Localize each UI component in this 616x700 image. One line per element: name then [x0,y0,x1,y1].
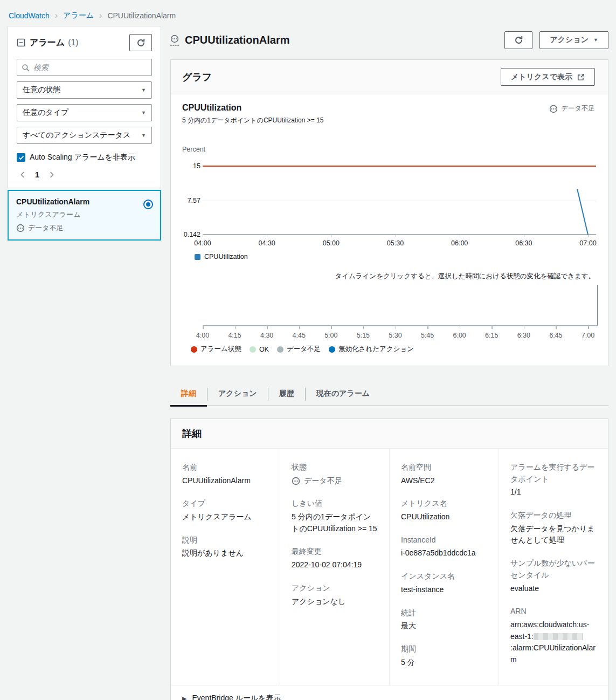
legend-swatch [250,346,256,353]
detail-field: しきい値5 分内の1データポイントのCPUUtilization >= 15 [292,498,378,534]
detail-field-value: 2022-10-02 07:04:19 [292,559,378,571]
page-number[interactable]: 1 [35,170,39,179]
detail-field-value: 説明がありません [182,547,269,559]
metric-chart[interactable]: Percent157.570.14204:0004:3005:0005:3006… [182,146,595,267]
refresh-button[interactable] [504,31,532,49]
actions-dropdown-button[interactable]: アクション▼ [539,31,608,49]
alarms-sidebar: アラーム(1) 任意の状態▼任意のタイプ▼すべてのアクションステータス▼ Aut… [8,26,161,241]
alarm-list-item[interactable]: CPUUtilizationAlarm メトリクスアラーム データ不足 [8,190,161,241]
hide-autoscaling-alarms-row[interactable]: Auto Scaling アラームを非表示 [17,153,152,162]
filter-select-value: 任意の状態 [23,85,60,95]
refresh-icon [136,38,146,47]
timeline-tick [235,326,236,329]
timeline-tick [524,326,525,329]
detail-field: 期間5 分 [401,643,488,668]
filter-state-select[interactable]: 任意の状態▼ [17,81,152,99]
filter-type-select[interactable]: 任意のタイプ▼ [17,104,152,121]
previous-page-button[interactable] [19,171,26,179]
detail-field: ARNarn:aws:cloudwatch:us-east-1::alarm:C… [510,606,597,665]
detail-field-label: サンプル数が少ないパーセンタイル [510,558,597,581]
detail-field: タイプメトリクスアラーム [182,498,269,523]
detail-field-label: InstanceId [401,534,488,546]
details-column: 名前CPUUtilizationAlarmタイプメトリクスアラーム説明説明があり… [171,449,280,685]
alarm-item-state: データ不足 [16,223,153,233]
legend-label: CPUUtilization [204,253,248,260]
chart-legend: CPUUtilization [195,253,248,260]
chart-subtitle: 5 分内の1データポイントのCPUUtilization >= 15 [182,116,323,125]
detail-field: 統計最大 [401,607,488,632]
legend-label: 無効化されたアクション [338,345,414,354]
pagination: 1 [17,170,152,179]
view-in-metrics-button[interactable]: メトリクスで表示 [501,68,595,86]
detail-field-label: 状態 [292,462,378,473]
timeline-tick [267,326,268,329]
filter-select-value: 任意のタイプ [23,108,68,118]
next-page-button[interactable] [48,171,56,179]
redacted-account-id [534,633,583,640]
state-legend-item: データ不足 [277,345,321,354]
legend-label: アラーム状態 [200,345,241,354]
graph-card-title: グラフ [182,71,212,84]
timeline-tick [492,326,493,329]
detail-tabs: 詳細アクション履歴現在のアラーム [170,385,608,406]
tab-current-alarm[interactable]: 現在のアラーム [306,385,380,406]
breadcrumb: CloudWatch›アラーム›CPUUtilizationAlarm [0,0,616,26]
detail-field-value: 欠落データを見つかりませんとして処理 [510,523,597,546]
detail-field-value: 1/1 [510,486,597,498]
chevron-down-icon: ▼ [593,37,598,43]
search-input[interactable] [33,63,147,72]
detail-field-label: ARN [510,606,597,617]
state-legend-item: 無効化されたアクション [329,345,414,354]
insufficient-data-icon [292,477,300,485]
checkbox-checked-icon[interactable] [17,153,25,162]
detail-field: 名前空間AWS/EC2 [401,462,488,486]
legend-label: OK [259,346,269,353]
breadcrumb-item[interactable]: CloudWatch [9,11,50,20]
timeline-tick [556,326,557,329]
detail-field: サンプル数が少ないパーセンタイルevaluate [510,558,597,594]
state-legend-item: アラーム状態 [191,345,241,354]
tab-actions[interactable]: アクション [207,385,268,406]
timeline-tick-label: 6:00 [453,332,466,339]
insufficient-data-icon [16,224,25,232]
detail-field-label: 説明 [182,534,269,546]
state-legend-item: OK [250,346,269,353]
detail-field: 最終変更2022-10-02 07:04:19 [292,546,378,571]
tab-details[interactable]: 詳細 [170,385,207,406]
timeline-tick [588,326,589,329]
detail-field-label: 名前 [182,462,269,473]
details-card-title: 詳細 [182,427,202,440]
filter-action-status-select[interactable]: すべてのアクションステータス▼ [17,127,152,144]
breadcrumb-item[interactable]: アラーム [63,11,94,20]
details-card: 詳細 名前CPUUtilizationAlarmタイプメトリクスアラーム説明説明… [170,418,608,700]
checkbox-label: Auto Scaling アラームを非表示 [30,153,135,162]
chevron-down-icon: ▼ [141,87,146,93]
detail-field-value: arn:aws:cloudwatch:us-east-1::alarm:CPUU… [510,619,597,666]
chart-title: CPUUtilization [182,103,323,113]
filter-select-value: すべてのアクションステータス [23,131,130,140]
timeline-tick-label: 7:00 [582,332,594,339]
timeline-tick-label: 5:15 [357,332,370,339]
timeline-tick-label: 4:15 [228,332,241,339]
collapse-panel-icon[interactable] [17,38,25,47]
timeline-tick-label: 6:15 [485,332,498,339]
legend-swatch [277,346,283,353]
refresh-icon [514,36,523,45]
chart-state-badge: データ不足 [549,104,595,113]
detail-field-label: 期間 [401,643,488,655]
radio-selected-icon[interactable] [143,200,153,209]
eventbridge-rules-expander[interactable]: ▶ EventBridge ルールを表示 [171,685,608,700]
alarm-item-name: CPUUtilizationAlarm [16,197,153,206]
timeline-tick [427,326,428,329]
tab-history[interactable]: 履歴 [268,385,305,406]
detail-field-label: 統計 [401,607,488,619]
detail-field-value: 5 分 [401,657,488,669]
detail-field-label: 欠落データの処理 [510,510,597,521]
timeline-tick [396,326,397,329]
timeline-tick [331,326,332,329]
timeline-hint: タイムラインをクリックすると、選択した時間における状態の変化を確認できます。 [182,272,595,281]
state-timeline[interactable]: 4:004:154:304:455:005:155:305:456:006:15… [182,284,595,337]
detail-field: InstanceIdi-0e887a5db1ddcdc1a [401,534,488,559]
graph-card: グラフ メトリクスで表示 CPUUtilization 5 分内の1データポイン… [170,59,608,366]
sidebar-refresh-button[interactable] [129,34,152,51]
